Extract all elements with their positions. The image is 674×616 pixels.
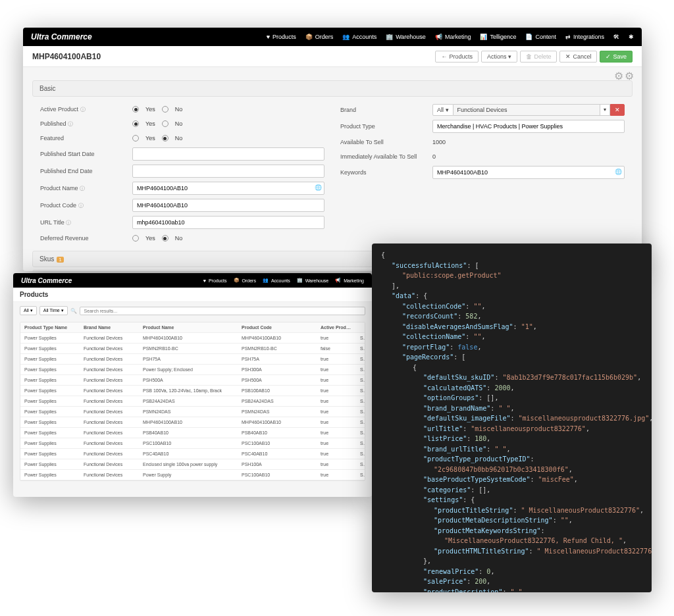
nav-settings-icon[interactable]: ✱ bbox=[629, 34, 634, 40]
brand-all-dropdown[interactable]: All ▾ bbox=[432, 104, 454, 116]
col-name[interactable]: Product Name bbox=[139, 322, 238, 332]
nav-telligence[interactable]: 📊 Telligence bbox=[480, 34, 516, 40]
productname-label: Product Name ⓘ bbox=[40, 185, 132, 192]
brand-chevron-icon[interactable]: ▾ bbox=[600, 104, 610, 116]
form-left-col: Active Product ⓘYesNo Published ⓘYesNo F… bbox=[32, 99, 332, 248]
list-title: Products bbox=[13, 288, 372, 302]
deferred-no-radio[interactable] bbox=[162, 235, 168, 242]
products-list-window: Ultra Commerce ♥ Products 📦 Orders 👥 Acc… bbox=[13, 273, 372, 497]
avail-label: Available To Sell bbox=[340, 139, 432, 145]
urltitle-input[interactable] bbox=[132, 216, 324, 229]
keywords-label: Keywords bbox=[340, 169, 432, 176]
save-button[interactable]: ✓ Save bbox=[600, 51, 633, 63]
nav-accounts[interactable]: 👥 Accounts bbox=[342, 34, 376, 40]
search-icon: 🔍 bbox=[70, 308, 77, 314]
col-type[interactable]: Product Type Name bbox=[20, 322, 80, 332]
table-row[interactable]: Power SuppliesFunctional DevicesPSB40AB1… bbox=[20, 428, 365, 438]
urltitle-label: URL Title ⓘ bbox=[40, 219, 132, 226]
brand-remove-button[interactable]: ✕ bbox=[610, 104, 625, 116]
published-yes-radio[interactable] bbox=[132, 120, 139, 127]
table-row[interactable]: Power SuppliesFunctional DevicesPSH75APS… bbox=[20, 354, 365, 365]
settings-icon[interactable]: ⚙ bbox=[614, 70, 622, 78]
table-row[interactable]: Power SuppliesFunctional DevicesPower Su… bbox=[20, 365, 365, 375]
skus-count-badge: 1 bbox=[57, 257, 63, 263]
pubstart-input[interactable] bbox=[132, 147, 324, 161]
table-row[interactable]: Power SuppliesFunctional DevicesPSH500AP… bbox=[20, 375, 365, 386]
table-header-row: Product Type Name Brand Name Product Nam… bbox=[20, 322, 365, 333]
nav-orders[interactable]: 📦 Orders bbox=[305, 34, 334, 40]
deferred-yes-radio[interactable] bbox=[132, 235, 139, 242]
search-input[interactable] bbox=[80, 307, 365, 315]
nav-marketing[interactable]: 📢 Marketing bbox=[435, 34, 471, 40]
featured-no-radio[interactable] bbox=[162, 135, 168, 141]
productcode-label: Product Code ⓘ bbox=[40, 202, 132, 209]
brand-logo: Ultra Commerce bbox=[31, 32, 267, 41]
pubend-label: Published End Date bbox=[40, 168, 132, 174]
nav-products[interactable]: ♥ Products bbox=[203, 278, 227, 283]
nav-content[interactable]: 📄 Content bbox=[525, 34, 556, 40]
settings2-icon[interactable]: ⚙ bbox=[625, 70, 633, 78]
brand-label: Brand bbox=[340, 107, 432, 113]
back-products-button[interactable]: ← Products bbox=[435, 51, 479, 63]
basic-section-header[interactable]: Basic bbox=[32, 80, 633, 97]
product-form: Active Product ⓘYesNo Published ⓘYesNo F… bbox=[23, 99, 642, 248]
nav-marketing[interactable]: 📢 Marketing bbox=[335, 278, 364, 283]
globe-icon[interactable]: 🌐 bbox=[315, 184, 322, 192]
nav-tools-icon[interactable]: 🛠 bbox=[613, 34, 619, 40]
table-row[interactable]: Power SuppliesFunctional DevicesPSC100AB… bbox=[20, 438, 365, 449]
table-row[interactable]: Power SuppliesFunctional DevicesPower Su… bbox=[20, 470, 365, 480]
delete-button[interactable]: 🗑 Delete bbox=[520, 51, 557, 63]
col-brand[interactable]: Brand Name bbox=[80, 322, 139, 332]
keywords-input[interactable] bbox=[432, 166, 625, 179]
active-yes-radio[interactable] bbox=[132, 106, 139, 113]
col-actions bbox=[356, 322, 365, 332]
nav-integrations[interactable]: ⇄ Integrations bbox=[565, 34, 604, 40]
brand-input[interactable]: Functional Devices bbox=[454, 104, 600, 116]
published-no-radio[interactable] bbox=[162, 120, 168, 127]
products-table: Product Type Name Brand Name Product Nam… bbox=[20, 322, 365, 481]
table-row[interactable]: Power SuppliesFunctional DevicesPSC40AB1… bbox=[20, 449, 365, 459]
table-row[interactable]: Power SuppliesFunctional DevicesPSMN24DA… bbox=[20, 407, 365, 417]
product-edit-window: Ultra Commerce ♥ Products 📦 Orders 👥 Acc… bbox=[23, 28, 642, 271]
active-no-radio[interactable] bbox=[162, 106, 168, 113]
globe-icon[interactable]: 🌐 bbox=[615, 168, 622, 176]
table-row[interactable]: Power SuppliesFunctional DevicesPSMN2RB1… bbox=[20, 344, 365, 354]
topbar2: Ultra Commerce ♥ Products 📦 Orders 👥 Acc… bbox=[13, 273, 372, 288]
nav-accounts[interactable]: 👥 Accounts bbox=[263, 278, 290, 283]
api-response-panel: { "successfulActions": [ "public:scope.g… bbox=[372, 244, 652, 592]
active-product-label: Active Product ⓘ bbox=[40, 106, 132, 113]
nav-orders[interactable]: 📦 Orders bbox=[234, 278, 256, 283]
featured-yes-radio[interactable] bbox=[132, 135, 139, 141]
product-type-select[interactable] bbox=[432, 120, 625, 133]
json-code: { "successfulActions": [ "public:scope.g… bbox=[381, 250, 642, 592]
nav-warehouse[interactable]: 🏢 Warehouse bbox=[297, 278, 329, 283]
actions-dropdown[interactable]: Actions ▾ bbox=[481, 51, 518, 63]
productcode-input[interactable] bbox=[132, 199, 324, 212]
list-filters: All ▾ All Time ▾ 🔍 bbox=[13, 302, 372, 319]
pubend-input[interactable] bbox=[132, 165, 324, 178]
col-code[interactable]: Product Code bbox=[238, 322, 317, 332]
table-row[interactable]: Power SuppliesFunctional DevicesEnclosed… bbox=[20, 459, 365, 470]
iavail-value: 0 bbox=[432, 153, 625, 160]
featured-label: Featured bbox=[40, 135, 132, 141]
page-title: MHP4604100AB10 bbox=[32, 52, 435, 61]
filter-alltime-dropdown[interactable]: All Time ▾ bbox=[39, 306, 68, 315]
brand-logo: Ultra Commerce bbox=[21, 277, 203, 284]
main-nav: ♥ Products 📦 Orders 👥 Accounts 🏢 Warehou… bbox=[267, 34, 634, 40]
topbar: Ultra Commerce ♥ Products 📦 Orders 👥 Acc… bbox=[23, 28, 642, 46]
form-right-col: Brand All ▾ Functional Devices ▾ ✕ Produ… bbox=[332, 99, 633, 248]
filter-all-dropdown[interactable]: All ▾ bbox=[20, 306, 37, 315]
published-label: Published ⓘ bbox=[40, 120, 132, 128]
table-row[interactable]: Power SuppliesFunctional DevicesPSB24A24… bbox=[20, 396, 365, 407]
table-row[interactable]: Power SuppliesFunctional DevicesMHP46041… bbox=[20, 333, 365, 344]
page-header: MHP4604100AB10 ← Products Actions ▾ 🗑 De… bbox=[23, 46, 642, 67]
col-active[interactable]: Active Product bbox=[317, 322, 356, 332]
nav-products[interactable]: ♥ Products bbox=[267, 34, 296, 40]
nav-warehouse[interactable]: 🏢 Warehouse bbox=[386, 34, 426, 40]
cancel-button[interactable]: ✕ Cancel bbox=[559, 51, 597, 63]
productname-input[interactable] bbox=[132, 182, 324, 195]
table-row[interactable]: Power SuppliesFunctional DevicesPSB 100V… bbox=[20, 386, 365, 396]
iavail-label: Immediately Available To Sell bbox=[340, 153, 432, 160]
table-row[interactable]: Power SuppliesFunctional DevicesMHP46041… bbox=[20, 417, 365, 428]
ptype-label: Product Type bbox=[340, 123, 432, 130]
